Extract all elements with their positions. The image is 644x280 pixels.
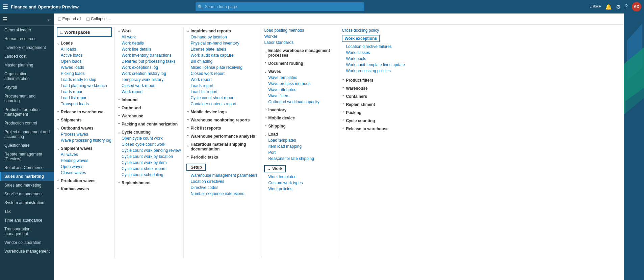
open-cycle-count-link[interactable]: Open cycle count work (118, 135, 181, 141)
wave-attributes-link[interactable]: Wave attributes (264, 87, 336, 93)
sidebar-item-tax[interactable]: Tax (0, 207, 54, 216)
process-waves-link[interactable]: Process waves (57, 131, 112, 137)
release-to-warehouse2-header[interactable]: ⌃ Release to warehouse (342, 125, 405, 132)
outbound-waves-header[interactable]: ⌄ Outbound waves (57, 124, 112, 131)
loads-header[interactable]: ⌄ Loads (57, 39, 112, 46)
on-hand-by-location-link[interactable]: On-hand by location (186, 34, 258, 40)
outbound-workload-capacity-link[interactable]: Outbound workload capacity (264, 99, 336, 105)
closed-cycle-count-link[interactable]: Closed cycle count work (118, 141, 181, 147)
bill-of-lading-link[interactable]: Bill of lading (186, 58, 258, 64)
cycle-count-pending-review-link[interactable]: Cycle count work pending review (118, 147, 181, 153)
mixed-license-plate-link[interactable]: Mixed license plate receiving (186, 64, 258, 71)
packing-containerization-header[interactable]: ⌃ Packing and containerization (118, 120, 181, 127)
directive-codes-link[interactable]: Directive codes (186, 185, 258, 191)
avatar[interactable]: AD (632, 2, 641, 11)
cycle-count-sheet-report-link[interactable]: Cycle count sheet report (118, 166, 181, 172)
sidebar-item-service-mgmt[interactable]: Service management (0, 190, 54, 198)
sidebar-item-system-admin[interactable]: System administration (0, 198, 54, 207)
work-pools-link[interactable]: Work pools (342, 56, 405, 62)
document-routing-header[interactable]: ⌃ Document routing (264, 60, 336, 66)
release-to-warehouse-header[interactable]: ⌃ Release to warehouse (57, 108, 112, 115)
sidebar-item-landed-cost[interactable]: Landed cost (0, 52, 54, 61)
notification-icon[interactable]: 🔔 (605, 4, 612, 10)
sidebar-item-org-admin[interactable]: Organization administration (0, 69, 54, 83)
settings-icon[interactable]: ⚙ (616, 4, 621, 10)
sidebar-item-sales-marketing[interactable]: Sales and marketing (0, 181, 54, 190)
sidebar-item-retail-commerce[interactable]: Retail and Commerce (0, 163, 54, 172)
reasons-late-shipping-link[interactable]: Reasons for late shipping (264, 156, 336, 162)
sidebar-item-rebate-mgmt[interactable]: Rebate management (Preview) (0, 150, 54, 163)
wm-parameters-link[interactable]: Warehouse management parameters (186, 172, 258, 178)
work-header[interactable]: ⌄ Work (118, 27, 181, 34)
deferred-put-processing-link[interactable]: Deferred put processing tasks (118, 58, 181, 64)
waves-header[interactable]: ⌄ Waves (264, 68, 336, 75)
work-exceptions-log-link[interactable]: Work exceptions log (118, 64, 181, 71)
all-loads-link[interactable]: All loads (57, 46, 112, 52)
sidebar-item-general-ledger[interactable]: General ledger (0, 26, 54, 34)
sidebar-item-human-resources[interactable]: Human resources (0, 34, 54, 43)
item-load-mapping-link[interactable]: Item load mapping (264, 143, 336, 149)
load-list-report-link[interactable]: Load list report (57, 95, 112, 101)
loads-report-link[interactable]: Loads report (57, 89, 112, 95)
closed-work-report-2-link[interactable]: Closed work report (186, 71, 258, 77)
inventory-header[interactable]: ⌃ Inventory (264, 106, 336, 113)
sidebar-item-master-planning[interactable]: Master planning (0, 61, 54, 69)
work-inventory-transactions-link[interactable]: Work inventory transactions (118, 52, 181, 58)
cycle-count-by-location-link[interactable]: Cycle count work by location (118, 153, 181, 160)
temporary-work-history-link[interactable]: Temporary work history (118, 77, 181, 83)
cross-docking-policy-link[interactable]: Cross docking policy (342, 27, 405, 33)
setup-box[interactable]: Setup (186, 164, 206, 171)
sidebar-item-inventory-management[interactable]: Inventory management (0, 43, 54, 52)
work-report-2-link[interactable]: Work report (186, 77, 258, 83)
sidebar-item-production-control[interactable]: Production control (0, 119, 54, 128)
work-line-details-link[interactable]: Work line details (118, 46, 181, 52)
work-processing-policies-link[interactable]: Work processing policies (342, 68, 405, 74)
sidebar-item-vendor-collab[interactable]: Vendor collaboration (0, 238, 54, 247)
sidebar-hamburger-icon[interactable]: ☰ (3, 16, 7, 23)
load-header[interactable]: ⌄ Load (264, 131, 336, 137)
sidebar-item-questionnaire[interactable]: Questionnaire (0, 141, 54, 150)
cycle-count-sheet-report-2-link[interactable]: Cycle count sheet report (186, 95, 258, 101)
outbound-header[interactable]: ⌃ Outbound (118, 104, 181, 111)
number-sequence-extensions-link[interactable]: Number sequence extensions (186, 191, 258, 197)
wave-process-methods-link[interactable]: Wave process methods (264, 81, 336, 87)
shipment-waves-header[interactable]: ⌄ Shipment waves (57, 145, 112, 151)
loads-ready-ship-link[interactable]: Loads ready to ship (57, 77, 112, 83)
location-directives-link[interactable]: Location directives (186, 178, 258, 185)
work-audit-data-capture-link[interactable]: Work audit data capture (186, 52, 258, 58)
packing-header[interactable]: ⌃ Packing (342, 109, 405, 116)
sidebar-item-procurement[interactable]: Procurement and sourcing (0, 92, 54, 105)
waved-loads-link[interactable]: Waved loads (57, 64, 112, 71)
active-loads-link[interactable]: Active loads (57, 52, 112, 58)
work-box[interactable]: ⌄ Work (264, 165, 286, 172)
replenishment-header[interactable]: ⌃ Replenishment (118, 179, 181, 186)
location-directive-failures-link[interactable]: Location directive failures (342, 44, 405, 50)
closed-waves-link[interactable]: Closed waves (57, 170, 112, 176)
worker-link[interactable]: Worker (264, 33, 336, 39)
open-loads-link[interactable]: Open loads (57, 58, 112, 64)
picking-loads-link[interactable]: Picking loads (57, 71, 112, 77)
custom-work-types-link[interactable]: Custom work types (264, 180, 336, 186)
containers-header[interactable]: ⌃ Containers (342, 93, 405, 100)
hazardous-material-header[interactable]: ⌃ Hazardous material shipping documentat… (186, 141, 258, 152)
sidebar-item-project-mgmt[interactable]: Project management and accounting (0, 128, 54, 141)
sidebar-item-product-info[interactable]: Product information management (0, 105, 54, 119)
help-icon[interactable]: ? (625, 4, 628, 10)
hamburger-icon[interactable]: ☰ (3, 3, 8, 10)
work-report-link[interactable]: Work report (118, 89, 181, 95)
pending-waves-link[interactable]: Pending waves (57, 158, 112, 164)
work-exceptions-box[interactable]: Work exceptions (342, 35, 380, 42)
search-input[interactable] (196, 2, 364, 11)
work-audit-template-link[interactable]: Work audit template lines update (342, 62, 405, 68)
closed-work-report-link[interactable]: Closed work report (118, 83, 181, 89)
labor-standards-link[interactable]: Labor standards (264, 39, 336, 46)
sidebar-item-time-attendance[interactable]: Time and attendance (0, 216, 54, 225)
physical-on-hand-link[interactable]: Physical on-hand inventory (186, 40, 258, 46)
mobile-device-logs-header[interactable]: ⌃ Mobile device logs (186, 108, 258, 115)
all-waves-link[interactable]: All waves (57, 151, 112, 158)
open-waves-link[interactable]: Open waves (57, 164, 112, 170)
production-waves-header[interactable]: ⌃ Production waves (57, 177, 112, 184)
kanban-waves-header[interactable]: ⌃ Kanban waves (57, 185, 112, 192)
wave-filters-link[interactable]: Wave filters (264, 93, 336, 99)
periodic-tasks-header[interactable]: ⌃ Periodic tasks (186, 153, 258, 160)
